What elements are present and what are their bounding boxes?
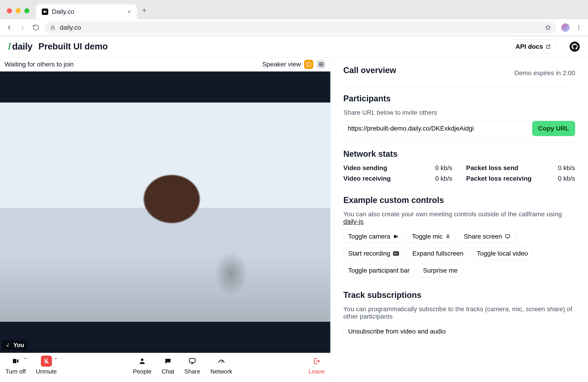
- window-controls: [7, 8, 29, 13]
- stat-value: 0 kb/s: [558, 164, 575, 172]
- mic-icon: [445, 234, 450, 239]
- share-button[interactable]: Share: [185, 356, 200, 375]
- svg-rect-9: [505, 235, 510, 237]
- github-icon[interactable]: [570, 42, 580, 52]
- back-icon[interactable]: [5, 23, 13, 32]
- camera-label: Turn off: [5, 368, 26, 375]
- svg-point-3: [578, 29, 579, 30]
- star-icon[interactable]: [545, 24, 551, 31]
- tab-strip: Daily.co × +: [0, 0, 588, 19]
- camera-toggle-button[interactable]: ⌄ Turn off: [5, 356, 26, 375]
- expand-fullscreen-chip[interactable]: Expand fullscreen: [407, 247, 468, 260]
- self-video: [0, 103, 330, 322]
- forward-icon[interactable]: [18, 23, 27, 32]
- toggle-camera-chip[interactable]: Toggle camera: [343, 230, 403, 243]
- tracks-desc: You can programmatically subscribe to th…: [343, 305, 575, 320]
- screen-icon: [505, 234, 510, 239]
- divider: [563, 42, 563, 52]
- stat-value: 0 kb/s: [435, 175, 452, 182]
- network-button[interactable]: Network: [210, 356, 232, 375]
- stat-label: Packet loss receiving: [466, 175, 558, 182]
- daily-js-link[interactable]: daily-js: [343, 218, 363, 225]
- svg-rect-8: [447, 235, 449, 237]
- stat-label: Video sending: [343, 164, 435, 172]
- main: Waiting for others to join Speaker view …: [0, 57, 588, 382]
- address-bar[interactable]: daily.co: [45, 22, 556, 34]
- external-link-icon: [546, 44, 551, 49]
- chat-button[interactable]: Chat: [162, 356, 174, 375]
- divider: [343, 87, 575, 87]
- url-text: daily.co: [60, 24, 81, 31]
- browser-tab[interactable]: Daily.co ×: [36, 4, 137, 19]
- browser-chrome: Daily.co × + daily.co: [0, 0, 588, 36]
- fullscreen-window-icon[interactable]: [24, 8, 29, 13]
- brand-text: daily: [12, 41, 33, 52]
- stat-value: 0 kb/s: [558, 175, 575, 182]
- svg-point-1: [578, 25, 579, 26]
- close-tab-icon[interactable]: ×: [127, 9, 131, 15]
- toggle-participant-bar-chip[interactable]: Toggle participant bar: [343, 264, 415, 277]
- copy-url-button[interactable]: Copy URL: [532, 121, 575, 136]
- chat-icon: [162, 356, 173, 367]
- mic-toggle-button[interactable]: ⌄ Unmute: [36, 356, 57, 375]
- svg-rect-0: [51, 27, 54, 29]
- you-text: You: [13, 341, 24, 349]
- camera-menu-icon[interactable]: ⌄: [23, 355, 27, 360]
- surprise-me-chip[interactable]: Surprise me: [418, 264, 462, 277]
- new-tab-button[interactable]: +: [142, 6, 147, 15]
- video-column: Waiting for others to join Speaker view …: [0, 57, 331, 382]
- stat-value: 0 kb/s: [435, 164, 452, 172]
- gauge-icon: [216, 356, 227, 367]
- people-button[interactable]: People: [133, 356, 152, 375]
- svg-point-6: [141, 359, 144, 361]
- video-top-bar: Waiting for others to join Speaker view: [0, 57, 330, 71]
- reload-icon[interactable]: [32, 23, 40, 32]
- rec-icon: REC: [393, 251, 399, 256]
- lock-icon: [50, 25, 56, 30]
- tab-title: Daily.co: [52, 8, 74, 15]
- toolbar: daily.co: [0, 19, 588, 36]
- stat-label: Video receiving: [343, 175, 435, 182]
- start-recording-chip[interactable]: Start recording REC: [343, 247, 404, 260]
- view-label: Speaker view: [262, 61, 301, 68]
- share-screen-chip[interactable]: Share screen: [459, 230, 515, 243]
- divider: [343, 142, 575, 143]
- network-label: Network: [210, 368, 232, 375]
- close-window-icon[interactable]: [7, 8, 12, 13]
- leave-icon: [311, 356, 322, 367]
- status-text: Waiting for others to join: [5, 61, 74, 68]
- svg-rect-4: [307, 63, 311, 66]
- custom-controls-desc: You can also create your own meeting con…: [343, 211, 575, 225]
- unsubscribe-chip[interactable]: Unsubscribe from video and audio: [343, 325, 451, 338]
- api-docs-label: API docs: [515, 43, 543, 50]
- minimize-window-icon[interactable]: [16, 8, 21, 13]
- toggle-mic-chip[interactable]: Toggle mic: [407, 230, 455, 243]
- camera-icon: [393, 234, 399, 239]
- tracks-title: Track subscriptions: [343, 290, 575, 300]
- favicon-icon: [42, 8, 48, 15]
- network-stats-title: Network stats: [343, 149, 575, 159]
- share-url-input[interactable]: [343, 121, 528, 136]
- camera-icon: [10, 356, 21, 367]
- demo-expiry: Demo expires in 2:00: [514, 69, 575, 77]
- toggle-local-video-chip[interactable]: Toggle local video: [472, 247, 533, 260]
- people-icon: [137, 356, 148, 367]
- chrome-menu-icon[interactable]: [575, 23, 583, 32]
- mic-muted-icon: [5, 343, 11, 348]
- participants-hint: Share URL below to invite others: [343, 109, 575, 116]
- speaker-view-icon[interactable]: [304, 60, 313, 69]
- call-toolbar: ⌄ Turn off ⌄ Unmute People: [0, 353, 330, 382]
- mic-muted-icon: [41, 356, 52, 367]
- participants-title: Participants: [343, 94, 575, 103]
- page-title: Prebuilt UI demo: [38, 42, 108, 51]
- mic-menu-icon[interactable]: ⌄: [54, 355, 58, 360]
- grid-view-icon[interactable]: [316, 60, 326, 69]
- svg-text:REC: REC: [394, 252, 399, 255]
- api-docs-button[interactable]: API docs: [510, 40, 557, 54]
- screen-share-icon: [187, 356, 198, 367]
- leave-button[interactable]: Leave: [309, 356, 325, 375]
- profile-avatar[interactable]: [561, 23, 570, 32]
- brand-logo[interactable]: /daily: [8, 41, 32, 52]
- custom-controls-title: Example custom controls: [343, 195, 575, 205]
- svg-point-2: [578, 27, 579, 28]
